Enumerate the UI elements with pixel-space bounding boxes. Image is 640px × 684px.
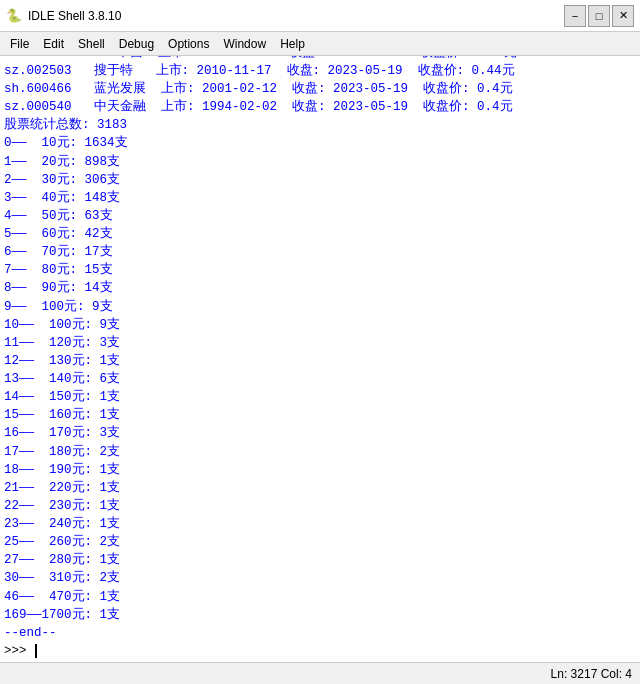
- shell-line: 12—— 130元: 1支: [4, 352, 636, 370]
- shell-line: 21—— 220元: 1支: [4, 479, 636, 497]
- menu-item-options[interactable]: Options: [162, 35, 215, 53]
- menu-item-shell[interactable]: Shell: [72, 35, 111, 53]
- shell-line: 25—— 260元: 2支: [4, 533, 636, 551]
- title-bar-left: 🐍 IDLE Shell 3.8.10: [6, 8, 121, 24]
- menu-item-help[interactable]: Help: [274, 35, 311, 53]
- menu-item-file[interactable]: File: [4, 35, 35, 53]
- shell-line: 23—— 240元: 1支: [4, 515, 636, 533]
- cursor[interactable]: [35, 644, 37, 658]
- shell-line: 46—— 470元: 1支: [4, 588, 636, 606]
- shell-line: --end--: [4, 624, 636, 642]
- shell-line: 18—— 190元: 1支: [4, 461, 636, 479]
- shell-line: 15—— 160元: 1支: [4, 406, 636, 424]
- shell-line: 5—— 60元: 42支: [4, 225, 636, 243]
- shell-line: 8—— 90元: 14支: [4, 279, 636, 297]
- shell-line: 10—— 100元: 9支: [4, 316, 636, 334]
- shell-line: 14—— 150元: 1支: [4, 388, 636, 406]
- shell-line: sz.002503 搜于特 上市: 2010-11-17 收盘: 2023-05…: [4, 62, 636, 80]
- menu-item-debug[interactable]: Debug: [113, 35, 160, 53]
- menu-item-edit[interactable]: Edit: [37, 35, 70, 53]
- title-bar: 🐍 IDLE Shell 3.8.10 − □ ✕: [0, 0, 640, 32]
- shell-line: 27—— 280元: 1支: [4, 551, 636, 569]
- shell-line: 17—— 180元: 2支: [4, 443, 636, 461]
- menu-item-window[interactable]: Window: [217, 35, 272, 53]
- shell-line: 6—— 70元: 17支: [4, 243, 636, 261]
- shell-output[interactable]: sz.000667 美好置业 上市: 1996-12-05 收盘: 2023-0…: [0, 56, 640, 662]
- shell-line: 13—— 140元: 6支: [4, 370, 636, 388]
- shell-line: sh.600466 蓝光发展 上市: 2001-02-12 收盘: 2023-0…: [4, 80, 636, 98]
- shell-line: 16—— 170元: 3支: [4, 424, 636, 442]
- app-icon: 🐍: [6, 8, 22, 24]
- shell-line: 1—— 20元: 898支: [4, 153, 636, 171]
- shell-line: 2—— 30元: 306支: [4, 171, 636, 189]
- shell-line: 30—— 310元: 2支: [4, 569, 636, 587]
- shell-line: 9—— 100元: 9支: [4, 298, 636, 316]
- shell-line: 169——1700元: 1支: [4, 606, 636, 624]
- shell-line: 7—— 80元: 15支: [4, 261, 636, 279]
- shell-line: 3—— 40元: 148支: [4, 189, 636, 207]
- shell-line: sz.000540 中天金融 上市: 1994-02-02 收盘: 2023-0…: [4, 98, 636, 116]
- cursor-position: Ln: 3217 Col: 4: [551, 667, 632, 681]
- shell-line: 股票统计总数: 3183: [4, 116, 636, 134]
- minimize-button[interactable]: −: [564, 5, 586, 27]
- maximize-button[interactable]: □: [588, 5, 610, 27]
- window-title: IDLE Shell 3.8.10: [28, 9, 121, 23]
- shell-line: 0—— 10元: 1634支: [4, 134, 636, 152]
- close-button[interactable]: ✕: [612, 5, 634, 27]
- shell-line[interactable]: >>>: [4, 642, 636, 660]
- prompt-text: >>>: [4, 644, 34, 658]
- shell-line: 22—— 230元: 1支: [4, 497, 636, 515]
- menu-bar: FileEditShellDebugOptionsWindowHelp: [0, 32, 640, 56]
- shell-line: 4—— 50元: 63支: [4, 207, 636, 225]
- status-bar: Ln: 3217 Col: 4: [0, 662, 640, 684]
- title-controls: − □ ✕: [564, 5, 634, 27]
- shell-line: 11—— 120元: 3支: [4, 334, 636, 352]
